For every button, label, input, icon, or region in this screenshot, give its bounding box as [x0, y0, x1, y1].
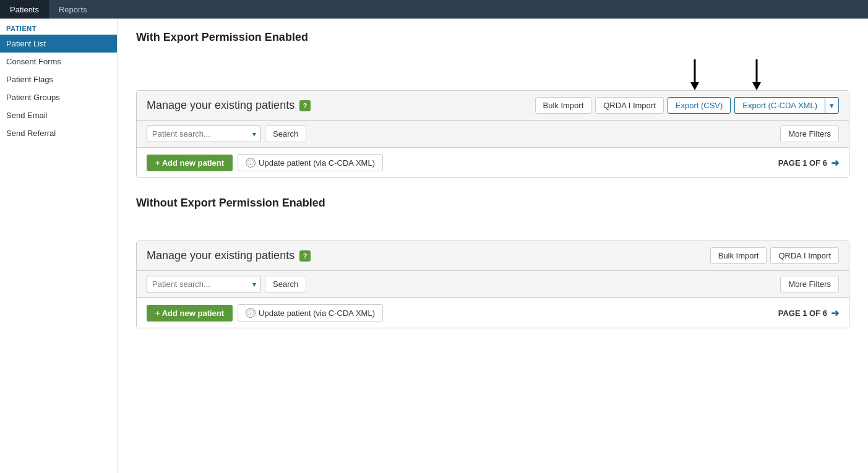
main-content: With Export Permission Enabled Manage yo…	[118, 19, 868, 473]
section1-export-csv-button[interactable]: Export (CSV)	[668, 97, 731, 114]
section2-search-left: ▾ Search	[147, 276, 306, 292]
sidebar-item-patient-flags[interactable]: Patient Flags	[0, 70, 117, 88]
section2-title-text: Manage your existing patients	[147, 249, 294, 262]
section1-export-ccda-group: Export (C-CDA XML) ▾	[734, 97, 839, 114]
section2-search-input-wrap: ▾	[147, 276, 261, 292]
nav-item-reports[interactable]: Reports	[49, 0, 97, 19]
section2-panel: Manage your existing patients ? Bulk Imp…	[136, 241, 849, 328]
section1-search-input[interactable]	[147, 126, 261, 142]
section1-title-text: Manage your existing patients	[147, 99, 294, 112]
section1-search-input-wrap: ▾	[147, 126, 261, 142]
section2-update-patient-label: Update patient (via C-CDA XML)	[259, 309, 375, 318]
section1-export-ccda-button[interactable]: Export (C-CDA XML)	[734, 97, 825, 114]
section2-panel-buttons: Bulk Import QRDA I Import	[710, 247, 839, 264]
section1-update-info-icon: ⓘ	[246, 158, 256, 168]
sidebar-item-send-referral[interactable]: Send Referral	[0, 124, 117, 142]
section2-more-filters-button[interactable]: More Filters	[780, 276, 839, 292]
section2-panel-title: Manage your existing patients ?	[147, 249, 311, 262]
section1-panel-header: Manage your existing patients ? Bulk Imp…	[137, 91, 849, 121]
section2-page-info: PAGE 1 OF 6 ➜	[778, 307, 839, 319]
sidebar-section-title: PATIENT	[0, 19, 117, 35]
sidebar: PATIENT Patient List Consent Forms Patie…	[0, 19, 118, 473]
section2-actions-left: + Add new patient ⓘ Update patient (via …	[147, 304, 383, 322]
sidebar-item-consent-forms[interactable]: Consent Forms	[0, 53, 117, 70]
nav-item-patients[interactable]: Patients	[0, 0, 49, 19]
section2-update-patient-button[interactable]: ⓘ Update patient (via C-CDA XML)	[238, 304, 383, 322]
section2-page-text: PAGE 1 OF 6	[778, 309, 827, 318]
top-nav: Patients Reports	[0, 0, 868, 19]
svg-marker-1	[690, 82, 699, 90]
arrows-annotation	[633, 56, 819, 90]
section2-add-patient-button[interactable]: + Add new patient	[147, 305, 233, 322]
svg-marker-3	[752, 82, 761, 90]
section1-actions-left: + Add new patient ⓘ Update patient (via …	[147, 154, 383, 171]
section2-search-input[interactable]	[147, 276, 261, 292]
section2-qrda-import-button[interactable]: QRDA I Import	[770, 247, 839, 264]
section1-add-patient-button[interactable]: + Add new patient	[147, 155, 233, 171]
section2-page-next-icon[interactable]: ➜	[831, 307, 839, 319]
section1-update-patient-button[interactable]: ⓘ Update patient (via C-CDA XML)	[238, 154, 383, 171]
section1-bulk-import-button[interactable]: Bulk Import	[535, 97, 592, 114]
section2-search-button[interactable]: Search	[265, 276, 306, 292]
section1-panel-title: Manage your existing patients ?	[147, 99, 311, 112]
section1-export-ccda-dropdown[interactable]: ▾	[825, 97, 839, 114]
section1-page-next-icon[interactable]: ➜	[831, 157, 839, 169]
section2-help-icon[interactable]: ?	[299, 250, 311, 262]
section2-actions-row: + Add new patient ⓘ Update patient (via …	[137, 298, 849, 328]
section1-search-left: ▾ Search	[147, 126, 306, 142]
section2-update-info-icon: ⓘ	[246, 308, 256, 318]
section1-update-patient-label: Update patient (via C-CDA XML)	[259, 158, 375, 168]
section1-more-filters-button[interactable]: More Filters	[780, 126, 839, 142]
section1-help-icon[interactable]: ?	[299, 100, 311, 111]
section2-heading: Without Export Permission Enabled	[136, 197, 849, 210]
section1-qrda-import-button[interactable]: QRDA I Import	[595, 97, 664, 114]
section1-panel: Manage your existing patients ? Bulk Imp…	[136, 90, 849, 178]
section2-bulk-import-button[interactable]: Bulk Import	[710, 247, 767, 264]
section1-page-info: PAGE 1 OF 6 ➜	[778, 157, 839, 169]
sidebar-item-patient-list[interactable]: Patient List	[0, 35, 117, 53]
section1-heading: With Export Permission Enabled	[136, 31, 849, 44]
section2-search-bar: ▾ Search More Filters	[137, 271, 849, 298]
section1-panel-buttons: Bulk Import QRDA I Import Export (CSV) E…	[535, 97, 840, 114]
section2-panel-header: Manage your existing patients ? Bulk Imp…	[137, 241, 849, 271]
section1-actions-row: + Add new patient ⓘ Update patient (via …	[137, 148, 849, 177]
section1-search-button[interactable]: Search	[265, 126, 306, 142]
sidebar-item-send-email[interactable]: Send Email	[0, 106, 117, 124]
section1-search-bar: ▾ Search More Filters	[137, 121, 849, 148]
section1-page-text: PAGE 1 OF 6	[778, 158, 827, 168]
sidebar-item-patient-groups[interactable]: Patient Groups	[0, 88, 117, 106]
